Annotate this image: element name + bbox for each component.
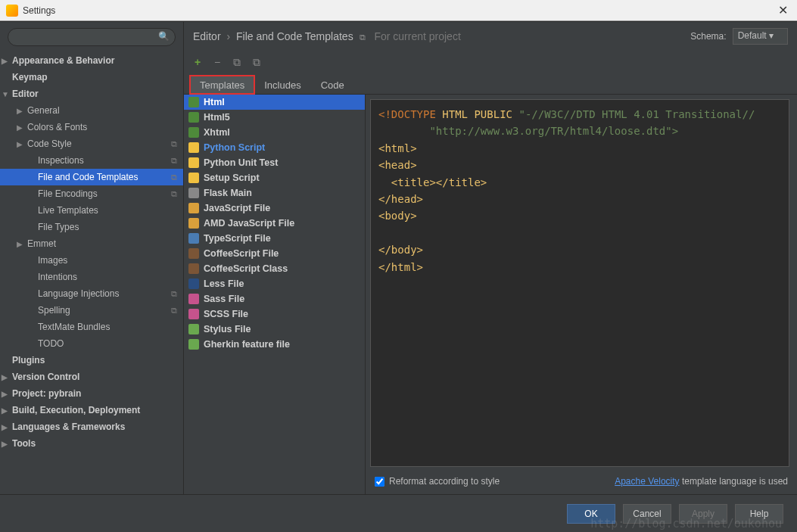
template-item-xhtml[interactable]: Xhtml: [184, 125, 365, 140]
template-item-html5[interactable]: Html5: [184, 110, 365, 125]
close-icon[interactable]: ✕: [775, 3, 791, 17]
ok-button[interactable]: OK: [567, 504, 615, 524]
paste-template-button[interactable]: ⧉: [251, 56, 263, 69]
sidebar-item-appearance-behavior[interactable]: ▶Appearance & Behavior: [0, 52, 183, 69]
sidebar-item-file-encodings[interactable]: File Encodings⧉: [0, 185, 183, 202]
template-item-label: JavaScript File: [204, 203, 270, 213]
code-editor[interactable]: <!DOCTYPE HTML PUBLIC "-//W3C//DTD HTML …: [370, 99, 789, 467]
sidebar-item-inspections[interactable]: Inspections⧉: [0, 152, 183, 169]
tab-templates[interactable]: Templates: [190, 76, 254, 94]
sidebar-item-images[interactable]: Images: [0, 252, 183, 269]
tree-arrow-icon: ▶: [2, 423, 11, 431]
template-item-label: TypeScript File: [204, 233, 271, 244]
sidebar-item-label: Intentions: [38, 272, 77, 282]
file-type-icon: [188, 263, 199, 274]
tree-arrow-icon: ▶: [17, 107, 26, 115]
sidebar-item-version-control[interactable]: ▶Version Control: [0, 369, 183, 385]
template-item-label: AMD JavaScript File: [204, 218, 294, 229]
copy-template-button[interactable]: ⧉: [231, 56, 243, 69]
sidebar-item-languages-frameworks[interactable]: ▶Languages & Frameworks: [0, 418, 183, 435]
schema-value: Default: [738, 30, 767, 41]
tab-includes[interactable]: Includes: [254, 76, 310, 94]
sidebar-item-file-types[interactable]: File Types: [0, 219, 183, 235]
cancel-button[interactable]: Cancel: [623, 504, 671, 524]
sidebar-item-label: File Types: [38, 222, 79, 232]
sidebar-item-live-templates[interactable]: Live Templates: [0, 202, 183, 219]
tree-arrow-icon: ▶: [2, 57, 11, 65]
sidebar-item-keymap[interactable]: Keymap: [0, 69, 183, 86]
sidebar-item-tools[interactable]: ▶Tools: [0, 435, 183, 452]
titlebar: Settings ✕: [0, 0, 797, 21]
project-badge-icon: ⧉: [171, 156, 177, 166]
reformat-checkbox[interactable]: [375, 477, 384, 487]
sidebar-item-label: Colors & Fonts: [27, 122, 87, 132]
sidebar-item-todo[interactable]: TODO: [0, 335, 183, 352]
sidebar-item-project-pybrain[interactable]: ▶Project: pybrain: [0, 385, 183, 402]
template-item-html[interactable]: Html: [184, 95, 365, 110]
sidebar-item-label: Spelling: [38, 305, 70, 316]
template-item-label: SCSS File: [204, 309, 248, 319]
breadcrumb: Editor › File and Code Templates ⧉ For c…: [193, 30, 461, 42]
template-item-javascript-file[interactable]: JavaScript File: [184, 201, 365, 216]
template-item-coffeescript-file[interactable]: CoffeeScript File: [184, 246, 365, 261]
file-type-icon: [188, 142, 199, 153]
template-item-label: Stylus File: [204, 324, 251, 334]
sidebar-item-code-style[interactable]: ▶Code Style⧉: [0, 135, 183, 152]
template-item-scss-file[interactable]: SCSS File: [184, 306, 365, 322]
apply-button[interactable]: Apply: [679, 504, 727, 524]
sidebar-item-label: Appearance & Behavior: [12, 55, 114, 66]
sidebar-item-language-injections[interactable]: Language Injections⧉: [0, 285, 183, 302]
tree-arrow-icon: ▶: [2, 406, 11, 415]
sidebar-item-build-execution-deployment[interactable]: ▶Build, Execution, Deployment: [0, 402, 183, 418]
tree-arrow-icon: ▶: [17, 140, 26, 148]
apache-velocity-link[interactable]: Apache Velocity: [615, 476, 679, 487]
tab-code[interactable]: Code: [311, 76, 354, 94]
file-type-icon: [188, 188, 199, 198]
remove-template-button[interactable]: −: [211, 56, 223, 68]
search-input[interactable]: [8, 28, 176, 46]
sidebar-item-label: Plugins: [12, 355, 45, 366]
template-item-less-file[interactable]: Less File: [184, 276, 365, 291]
template-item-amd-javascript-file[interactable]: AMD JavaScript File: [184, 216, 365, 231]
template-item-coffeescript-class[interactable]: CoffeeScript Class: [184, 261, 365, 276]
template-item-typescript-file[interactable]: TypeScript File: [184, 231, 365, 246]
sidebar-item-plugins[interactable]: Plugins: [0, 352, 183, 369]
file-type-icon: [188, 233, 199, 244]
content-panel: Editor › File and Code Templates ⧉ For c…: [184, 22, 797, 494]
help-button[interactable]: Help: [735, 504, 783, 524]
template-item-sass-file[interactable]: Sass File: [184, 291, 365, 306]
schema-select[interactable]: Default ▾: [733, 28, 788, 45]
reformat-label: Reformat according to style: [389, 476, 500, 487]
sidebar-item-spelling[interactable]: Spelling⧉: [0, 302, 183, 319]
editor-panel: <!DOCTYPE HTML PUBLIC "-//W3C//DTD HTML …: [366, 95, 797, 494]
template-item-label: Html: [204, 97, 225, 107]
file-type-icon: [188, 203, 199, 213]
sidebar-item-colors-fonts[interactable]: ▶Colors & Fonts: [0, 119, 183, 135]
sidebar-item-label: Language Injections: [38, 288, 119, 299]
breadcrumb-leaf: File and Code Templates: [236, 30, 353, 42]
template-item-gherkin-feature-file[interactable]: Gherkin feature file: [184, 337, 365, 352]
file-type-icon: [188, 309, 199, 319]
template-item-setup-script[interactable]: Setup Script: [184, 170, 365, 185]
template-item-stylus-file[interactable]: Stylus File: [184, 322, 365, 337]
sidebar-item-label: File Encodings: [38, 188, 98, 199]
template-item-label: Gherkin feature file: [204, 339, 290, 350]
app-logo-icon: [6, 5, 18, 17]
template-toolbar: + − ⧉ ⧉: [184, 51, 797, 73]
sidebar-item-textmate-bundles[interactable]: TextMate Bundles: [0, 319, 183, 335]
sidebar-item-intentions[interactable]: Intentions: [0, 269, 183, 285]
tree-arrow-icon: ▶: [17, 123, 26, 132]
sidebar-item-label: TODO: [38, 338, 64, 349]
template-item-python-script[interactable]: Python Script: [184, 140, 365, 155]
sidebar-item-label: TextMate Bundles: [38, 322, 110, 332]
main-area: 🔍 ▶Appearance & BehaviorKeymap▼Editor▶Ge…: [0, 21, 797, 494]
sidebar-item-general[interactable]: ▶General: [0, 102, 183, 119]
file-type-icon: [188, 157, 199, 168]
sidebar-item-editor[interactable]: ▼Editor: [0, 86, 183, 102]
editor-footer: Reformat according to style Apache Veloc…: [366, 471, 797, 494]
sidebar-item-file-and-code-templates[interactable]: File and Code Templates⧉: [0, 169, 183, 185]
add-template-button[interactable]: +: [191, 56, 204, 68]
template-item-flask-main[interactable]: Flask Main: [184, 185, 365, 201]
template-item-python-unit-test[interactable]: Python Unit Test: [184, 155, 365, 170]
sidebar-item-emmet[interactable]: ▶Emmet: [0, 235, 183, 252]
